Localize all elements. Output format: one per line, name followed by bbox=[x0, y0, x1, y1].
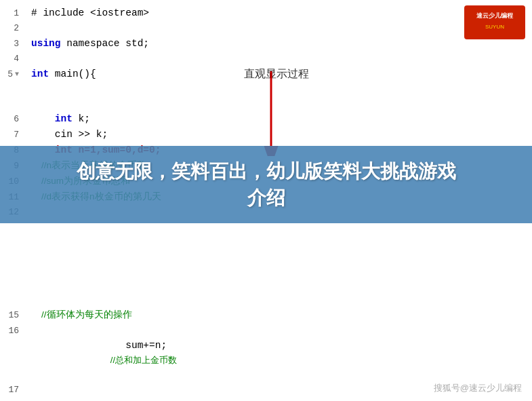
code-line-1: 1 # include <iostream> bbox=[0, 5, 532, 21]
logo: 速云少儿编程 SUYUN bbox=[464, 5, 525, 39]
code-line-16: 16 sum+=n; //总和加上金币数 bbox=[0, 323, 532, 383]
comment-line16: //总和加上金币数 bbox=[106, 355, 177, 365]
svg-rect-0 bbox=[464, 5, 525, 39]
line-number-17: 17 bbox=[0, 383, 26, 398]
line-content-3: using namespace std; bbox=[26, 36, 532, 51]
footer-label: 搜狐号@速云少儿编程 bbox=[434, 383, 522, 393]
code-line-4: 4 bbox=[0, 52, 532, 66]
footer-text: 搜狐号@速云少儿编程 bbox=[434, 382, 522, 394]
line-number-6: 6 bbox=[0, 112, 26, 127]
line-number-1: 1 bbox=[0, 6, 26, 21]
code-line-3: 3 using namespace std; bbox=[0, 36, 532, 52]
line-content-1: # include <iostream> bbox=[26, 5, 532, 20]
line-number-3: 3 bbox=[0, 37, 26, 52]
red-arrow bbox=[244, 68, 312, 156]
code-line-18: 18 d++; //计数器增加 bbox=[0, 398, 532, 401]
line-content-16: sum+=n; //总和加上金币数 bbox=[26, 323, 532, 383]
svg-text:速云少儿编程: 速云少儿编程 bbox=[476, 12, 514, 19]
code-line-15: 15 //循环体为每天的操作 bbox=[0, 307, 532, 323]
line-content-18: d++; //计数器增加 bbox=[26, 398, 532, 401]
line-number-7: 7 bbox=[0, 128, 26, 142]
svg-text:SUYUN: SUYUN bbox=[485, 24, 504, 30]
code-block: 1 # include <iostream> 2 3 using namespa… bbox=[0, 0, 532, 401]
code-container: 速云少儿编程 SUYUN 1 # include <iostream> 2 3 … bbox=[0, 0, 532, 401]
banner-text-line1: 创意无限，笑料百出，幼儿版笑料大挑战游戏 bbox=[14, 158, 518, 185]
line-number-4: 4 bbox=[0, 52, 26, 66]
line-number-5: 5 ▼ bbox=[0, 67, 26, 82]
code-line-2: 2 bbox=[0, 21, 532, 36]
line-number-16: 16 bbox=[0, 324, 26, 339]
line-number-15: 15 bbox=[0, 308, 26, 323]
banner-text-line2: 介绍 bbox=[14, 185, 518, 211]
line-number-2: 2 bbox=[0, 21, 26, 36]
line-content-15: //循环体为每天的操作 bbox=[26, 307, 532, 322]
fold-icon-5[interactable]: ▼ bbox=[15, 67, 19, 82]
banner: 创意无限，笑料百出，幼儿版笑料大挑战游戏 介绍 bbox=[0, 146, 532, 223]
line-number-18: 18 bbox=[0, 398, 26, 401]
